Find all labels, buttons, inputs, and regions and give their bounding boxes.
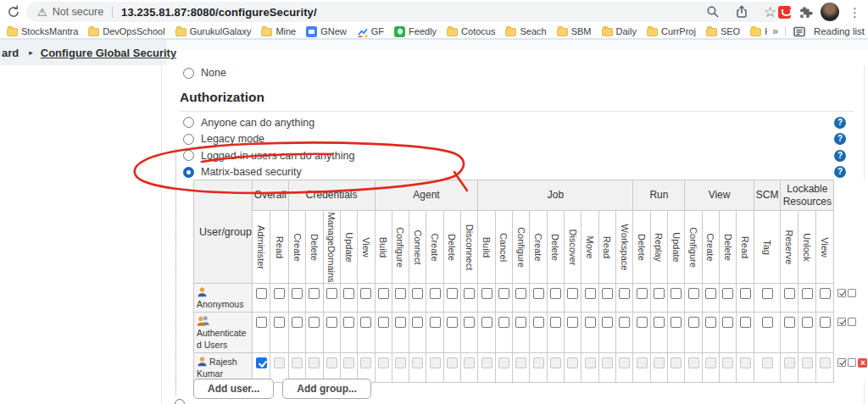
permission-checkbox[interactable]	[464, 317, 475, 328]
permission-checkbox[interactable]	[670, 317, 682, 328]
bookmark-item[interactable]: Feedly	[394, 26, 437, 37]
zoom-icon[interactable]	[705, 5, 720, 19]
permission-checkbox[interactable]	[378, 317, 389, 328]
permission-checkbox[interactable]	[550, 288, 561, 299]
radio-button[interactable]	[183, 150, 194, 161]
permission-checkbox[interactable]	[585, 317, 596, 328]
bookmark-item[interactable]: SEO	[706, 26, 740, 36]
radio-button[interactable]	[183, 167, 194, 178]
permission-checkbox[interactable]	[515, 317, 526, 328]
permission-checkbox[interactable]	[481, 288, 492, 299]
help-icon[interactable]	[834, 117, 846, 129]
revoke-all-icon[interactable]	[848, 318, 856, 326]
bookmark-item[interactable]: GurukulGalaxy	[175, 26, 252, 36]
permission-checkbox[interactable]	[722, 317, 733, 328]
permission-checkbox[interactable]	[740, 317, 751, 328]
profile-avatar[interactable]	[821, 3, 839, 21]
permission-checkbox[interactable]	[515, 288, 526, 299]
bookmark-item[interactable]: Mine	[261, 26, 296, 36]
permission-checkbox[interactable]	[412, 317, 423, 328]
permission-checkbox[interactable]	[430, 288, 441, 299]
permission-checkbox[interactable]	[256, 357, 267, 368]
revoke-all-icon[interactable]	[848, 358, 856, 367]
radio-button[interactable]	[183, 68, 194, 79]
reload-icon[interactable]	[6, 4, 21, 19]
bookmark-item[interactable]: SBM	[557, 26, 592, 36]
permission-checkbox[interactable]	[820, 317, 831, 328]
breadcrumb-trail-fragment[interactable]: ard	[2, 47, 19, 59]
permission-checkbox[interactable]	[802, 288, 813, 299]
bookmark-item[interactable]: HL	[750, 26, 767, 36]
permission-checkbox[interactable]	[464, 288, 475, 299]
permission-checkbox[interactable]	[360, 288, 371, 299]
address-bar[interactable]: ⚠ Not secure 13.235.81.87:8080/configure…	[26, 2, 786, 22]
permission-checkbox[interactable]	[619, 317, 630, 328]
share-icon[interactable]	[734, 5, 748, 19]
permission-checkbox[interactable]	[602, 288, 613, 299]
permission-checkbox[interactable]	[498, 317, 509, 328]
permission-checkbox[interactable]	[533, 317, 544, 328]
permission-checkbox[interactable]	[637, 317, 648, 328]
bookmark-item[interactable]: Daily	[602, 26, 637, 36]
permission-checkbox[interactable]	[309, 288, 320, 299]
permission-checkbox[interactable]	[820, 288, 831, 299]
clipped-next-section-radio[interactable]	[175, 399, 185, 404]
permission-checkbox[interactable]	[637, 288, 648, 299]
permission-checkbox[interactable]	[326, 288, 337, 299]
permission-checkbox[interactable]	[802, 317, 813, 328]
permission-checkbox[interactable]	[256, 288, 267, 299]
permission-checkbox[interactable]	[395, 288, 406, 299]
grant-all-icon[interactable]	[837, 358, 846, 367]
permission-checkbox[interactable]	[654, 288, 665, 299]
permission-checkbox[interactable]	[567, 317, 578, 328]
permission-checkbox[interactable]	[705, 317, 716, 328]
help-icon[interactable]	[834, 166, 846, 178]
permission-checkbox[interactable]	[378, 288, 389, 299]
radio-button[interactable]	[183, 117, 194, 128]
permission-checkbox[interactable]	[274, 317, 285, 328]
permission-checkbox[interactable]	[412, 288, 423, 299]
permission-checkbox[interactable]	[762, 317, 773, 328]
bookmark-item[interactable]: StocksMantra	[7, 26, 78, 36]
permission-checkbox[interactable]	[343, 317, 354, 328]
permission-checkbox[interactable]	[670, 288, 682, 299]
permission-checkbox[interactable]	[740, 288, 751, 299]
permission-checkbox[interactable]	[292, 317, 303, 328]
permission-checkbox[interactable]	[533, 288, 544, 299]
bookmark-item[interactable]: CurrProj	[647, 26, 696, 36]
delete-user-icon[interactable]	[858, 358, 867, 368]
permission-checkbox[interactable]	[343, 288, 354, 299]
permission-checkbox[interactable]	[784, 317, 795, 328]
extensions-puzzle-icon[interactable]	[798, 5, 813, 19]
reading-list-label[interactable]: Reading list	[814, 26, 865, 36]
bookmark-star-icon[interactable]: ☆	[763, 5, 777, 19]
permission-checkbox[interactable]	[705, 288, 716, 299]
permission-checkbox[interactable]	[619, 288, 630, 299]
permission-checkbox[interactable]	[688, 317, 699, 328]
permission-checkbox[interactable]	[309, 317, 320, 328]
bookmark-item[interactable]: DevOpsSchool	[88, 26, 164, 36]
permission-checkbox[interactable]	[326, 317, 337, 328]
permission-checkbox[interactable]	[447, 288, 458, 299]
permission-checkbox[interactable]	[430, 317, 441, 328]
permission-checkbox[interactable]	[654, 317, 665, 328]
permission-checkbox[interactable]	[567, 288, 578, 299]
permission-checkbox[interactable]	[292, 288, 303, 299]
radio-button[interactable]	[183, 134, 194, 145]
permission-checkbox[interactable]	[550, 317, 561, 328]
bookmark-item[interactable]: GF	[357, 26, 384, 37]
permission-checkbox[interactable]	[498, 288, 509, 299]
permission-checkbox[interactable]	[784, 288, 795, 299]
permission-checkbox[interactable]	[688, 288, 699, 299]
permission-checkbox[interactable]	[395, 317, 406, 328]
help-icon[interactable]	[834, 150, 846, 162]
permission-checkbox[interactable]	[256, 317, 267, 328]
grant-all-icon[interactable]	[837, 318, 846, 326]
revoke-all-icon[interactable]	[848, 289, 856, 297]
permission-checkbox[interactable]	[447, 317, 458, 328]
bookmarks-overflow-icon[interactable]: »	[772, 25, 778, 37]
permission-checkbox[interactable]	[360, 317, 371, 328]
permission-checkbox[interactable]	[585, 288, 596, 299]
permission-checkbox[interactable]	[274, 288, 285, 299]
add-user-button[interactable]: Add user...	[193, 379, 274, 399]
